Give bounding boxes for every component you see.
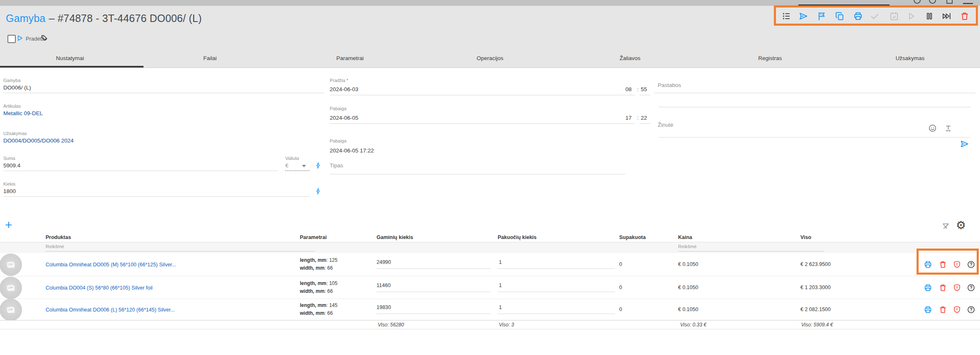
pkg-input[interactable]: 1 (499, 283, 502, 288)
tab-operacijos[interactable]: Operacijos (420, 48, 560, 68)
tab-parametrai[interactable]: Parametrai (280, 48, 420, 68)
print-row-icon[interactable] (924, 305, 932, 314)
pabaiga-hour-field[interactable]: 17 (625, 115, 632, 121)
valiuta-select[interactable]: € (285, 162, 289, 169)
help-icon[interactable] (967, 283, 975, 292)
tab-failai[interactable]: Failai (140, 48, 280, 68)
product-link[interactable]: Columbia Omniheat DO005 (M) 56*100 (66*1… (46, 262, 176, 268)
qty-underline (377, 268, 491, 269)
pabaiga-minute-underline (640, 123, 650, 124)
product-link[interactable]: Columbia DO004 (S) 56*80 (66*105) Silver… (46, 285, 153, 291)
add-row-button[interactable]: + (5, 219, 12, 231)
qty-input[interactable]: 19830 (377, 304, 391, 310)
kaina-filter-input[interactable]: Reikšmė (678, 244, 697, 249)
print-row-icon[interactable] (924, 260, 932, 269)
flash-icon[interactable] (314, 162, 322, 169)
gamyba-field[interactable]: DO006/ (L) (3, 85, 31, 91)
delete-row-icon[interactable] (939, 305, 947, 314)
suma-field[interactable]: 5909.4 (3, 162, 20, 169)
pause-icon[interactable] (924, 11, 934, 21)
flag-icon[interactable] (817, 11, 827, 21)
copy-icon[interactable] (835, 11, 845, 21)
pkg-input[interactable]: 1 (499, 259, 502, 265)
active-tab-indicator (0, 66, 143, 68)
gamyba-underline (3, 93, 324, 93)
delete-row-icon[interactable] (939, 260, 947, 269)
pradzia-hour-field[interactable]: 08 (625, 86, 632, 92)
send-message-icon[interactable] (960, 139, 969, 149)
kiekis-field[interactable]: 1800 (3, 188, 16, 194)
text-size-icon[interactable] (944, 124, 953, 133)
pabaiga-date-field[interactable]: 2024-06-05 (330, 115, 358, 121)
totals-qty: Viso: 56280 (378, 322, 404, 328)
pradzia-label: Pradžia * (330, 78, 348, 83)
col-header-produktas[interactable]: Produktas (46, 234, 71, 240)
pradzia-date-field[interactable]: 2024-06-03 (330, 86, 358, 92)
shield-alert-icon[interactable] (953, 260, 961, 269)
gear-icon[interactable]: ⚙ (956, 220, 966, 231)
print-icon[interactable] (853, 11, 863, 21)
col-header-supakuota[interactable]: Supakuota (619, 234, 646, 240)
packed-value: 0 (619, 285, 622, 290)
col-header-kaina[interactable]: Kaina (678, 234, 692, 240)
produktas-filter-input[interactable]: Reikšmė (46, 244, 64, 249)
skip-end-icon[interactable] (941, 11, 951, 21)
col-header-parametrai[interactable]: Parametrai (300, 234, 327, 240)
artikulas-label: Artikulas (3, 104, 21, 109)
browser-chrome-strip (0, 0, 980, 6)
artikulas-link[interactable]: Metallic 09-DEL (3, 110, 43, 116)
started-checkbox[interactable] (7, 35, 16, 43)
kiekis-label: Kiekis (3, 181, 15, 186)
zinute-field-placeholder[interactable]: Žinutė (658, 122, 674, 128)
suma-label: Suma (3, 156, 15, 161)
shield-alert-icon[interactable] (953, 283, 961, 292)
qty-input[interactable]: 11460 (377, 283, 391, 288)
pradzia-minute-field[interactable]: 55 (641, 86, 647, 92)
delete-row-icon[interactable] (939, 283, 947, 292)
list-icon[interactable] (781, 11, 791, 21)
emoji-icon[interactable] (928, 124, 937, 133)
tab-uzsakymas[interactable]: Užsakymas (840, 48, 980, 68)
page-title: Gamyba– #74878 - 3T-44676 DO006/ (L) (6, 12, 202, 24)
qty-input[interactable]: 24990 (377, 259, 391, 265)
pastabos-field-placeholder[interactable]: Pastabos (658, 82, 681, 88)
help-icon[interactable] (967, 260, 975, 269)
filter-off-icon[interactable] (941, 222, 950, 231)
tipas-field-placeholder[interactable]: Tipas (330, 162, 343, 169)
suma-underline (3, 171, 278, 171)
gamyba-label: Gamyba (3, 78, 21, 83)
pastabos-underline-2 (659, 107, 970, 107)
qty-underline (377, 314, 491, 314)
send-icon[interactable] (798, 11, 808, 21)
shield-alert-icon[interactable] (953, 305, 961, 314)
print-row-icon[interactable] (924, 283, 932, 292)
col-header-pakuociu-kiekis[interactable]: Pakuočių kiekis (498, 234, 537, 240)
flash-icon[interactable] (314, 187, 322, 195)
tab-zaliavos[interactable]: Žaliavos (560, 48, 700, 68)
col-header-gaminiu-kiekis[interactable]: Gaminių kiekis (377, 234, 413, 240)
param-width: width, mm: 66 (300, 265, 333, 271)
product-avatar (0, 254, 22, 276)
total-value: € 2 623.9500 (800, 261, 831, 267)
delete-icon[interactable] (960, 11, 970, 21)
tab-nustatymai[interactable]: Nustatymai (0, 48, 140, 68)
pabaiga-underline (330, 123, 625, 124)
product-link[interactable]: Columbia Omniheat DO006 (L) 56*120 (66*1… (46, 307, 175, 313)
uzsakymas-link[interactable]: DO004/DO005/DO006 2024 (3, 138, 74, 144)
pabaiga-minute-field[interactable]: 22 (641, 115, 647, 121)
tags-icon[interactable] (41, 34, 49, 42)
help-icon[interactable] (967, 305, 975, 314)
totals-total: Viso: 5909.4 € (801, 322, 833, 328)
param-length: length, mm: 105 (300, 280, 338, 286)
pradzia-minute-underline (640, 95, 650, 95)
tab-bar: Nustatymai Failai Parametrai Operacijos … (0, 48, 980, 68)
page-title-module[interactable]: Gamyba (6, 12, 46, 24)
photo-icon (5, 304, 16, 315)
tab-registras[interactable]: Registras (700, 48, 840, 68)
pkg-input[interactable]: 1 (499, 304, 502, 310)
window-minimize-icon (963, 3, 973, 4)
calendar-check-icon (889, 11, 899, 21)
chevron-down-icon[interactable] (302, 165, 306, 167)
col-header-viso[interactable]: Viso (800, 234, 811, 240)
valiuta-label: Valiuta (285, 156, 299, 161)
